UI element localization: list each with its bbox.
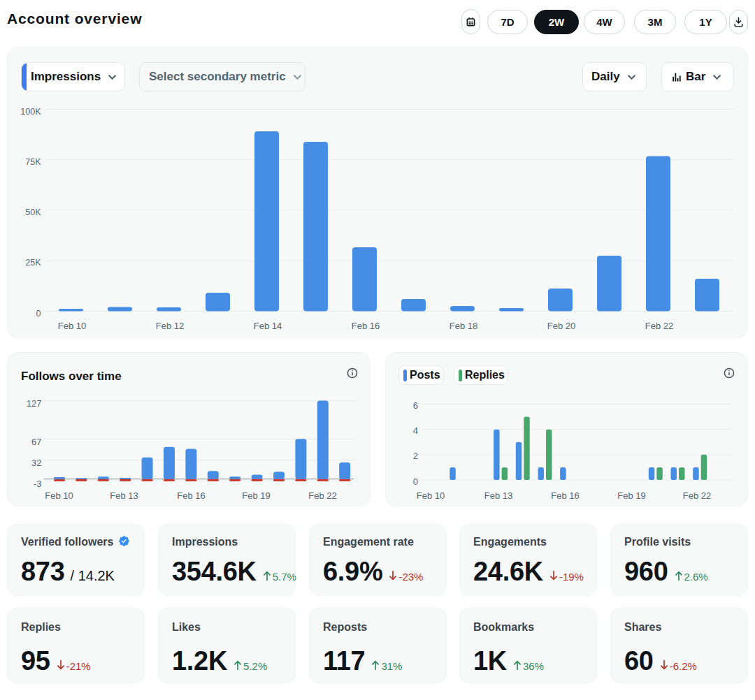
- svg-text:Feb 13: Feb 13: [110, 490, 138, 501]
- svg-text:0: 0: [413, 476, 418, 487]
- svg-text:Feb 22: Feb 22: [683, 490, 711, 501]
- svg-text:Feb 10: Feb 10: [58, 321, 86, 331]
- svg-text:25K: 25K: [25, 258, 41, 268]
- svg-text:50K: 50K: [25, 207, 41, 217]
- svg-text:100K: 100K: [20, 107, 41, 117]
- svg-text:Feb 10: Feb 10: [45, 490, 73, 501]
- svg-text:67: 67: [31, 437, 41, 447]
- svg-text:75K: 75K: [25, 157, 41, 167]
- svg-text:0: 0: [36, 309, 41, 319]
- svg-text:2: 2: [413, 451, 418, 461]
- svg-text:32: 32: [31, 458, 41, 468]
- svg-text:Feb 22: Feb 22: [645, 321, 673, 331]
- svg-text:Feb 14: Feb 14: [254, 321, 282, 331]
- svg-text:Feb 19: Feb 19: [242, 490, 270, 501]
- svg-text:Feb 10: Feb 10: [417, 490, 445, 501]
- svg-text:Feb 16: Feb 16: [551, 490, 579, 501]
- svg-text:Feb 16: Feb 16: [177, 490, 205, 501]
- svg-text:Feb 16: Feb 16: [352, 321, 380, 331]
- svg-text:127: 127: [27, 398, 42, 409]
- svg-text:Feb 20: Feb 20: [547, 321, 575, 331]
- svg-text:Feb 13: Feb 13: [484, 490, 512, 501]
- svg-text:-3: -3: [34, 479, 42, 489]
- svg-text:Feb 18: Feb 18: [450, 321, 477, 331]
- svg-text:Feb 12: Feb 12: [156, 321, 184, 331]
- svg-text:Feb 22: Feb 22: [308, 490, 336, 501]
- svg-text:Feb 19: Feb 19: [617, 490, 645, 501]
- svg-text:4: 4: [413, 425, 418, 436]
- svg-text:6: 6: [413, 400, 418, 411]
